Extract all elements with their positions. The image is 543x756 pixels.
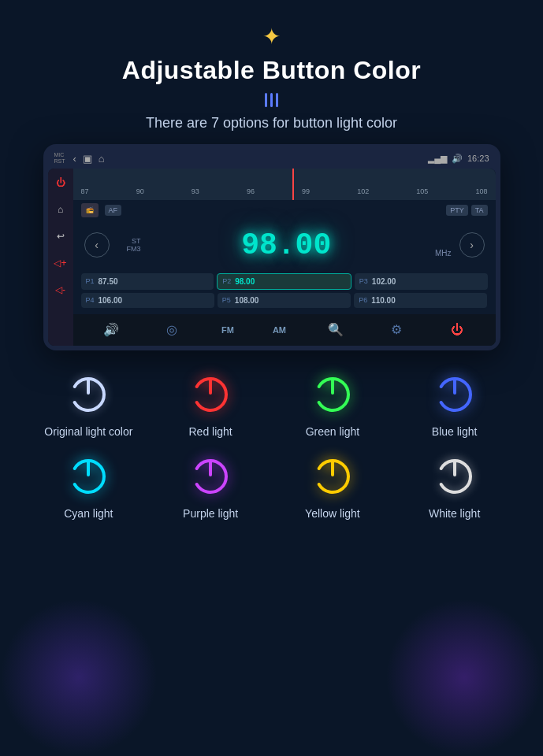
device-top-bar: MIC RST ‹ ▣ ⌂ ▂▄▆ 🔊 16:23 (48, 149, 496, 169)
light-option-red[interactable]: Red light (154, 369, 268, 439)
search-toolbar-button[interactable]: ◎ (161, 319, 183, 341)
freq-label-105: 105 (416, 187, 428, 195)
preset-row-2: P4 106.00 P5 108.00 P6 110.00 (81, 293, 488, 308)
presets: P1 87.50 P2 98.00 P3 102.00 (73, 270, 496, 314)
pty-badge[interactable]: PTY (446, 205, 468, 216)
preset-p1[interactable]: P1 87.50 (81, 273, 214, 290)
bottom-toolbar: 🔊 ◎ FM AM 🔍 ⚙ ⏻ (73, 314, 496, 346)
screen-layout: ⏻ ⌂ ↩ ◁+ ◁- 87 90 93 (48, 169, 496, 346)
original-power-svg (65, 369, 112, 417)
freq-label-96: 96 (247, 187, 255, 195)
freq-indicator (292, 169, 294, 200)
green-power-svg (309, 369, 356, 417)
device-frame: MIC RST ‹ ▣ ⌂ ▂▄▆ 🔊 16:23 (43, 144, 500, 350)
divider-line-2 (270, 93, 273, 107)
preset-p3[interactable]: P3 102.00 (355, 273, 488, 290)
preset-p6[interactable]: P6 110.00 (354, 293, 487, 308)
search-icon[interactable]: 🔍 (325, 319, 347, 341)
device-nav[interactable]: ‹ ▣ ⌂ (73, 153, 105, 165)
light-option-white[interactable]: White light (397, 451, 511, 521)
eq-icon[interactable]: ⚙ (385, 319, 407, 341)
back-icon[interactable]: ‹ (73, 153, 76, 165)
mode-label: ST (132, 237, 141, 245)
sidebar-vol-down-icon[interactable]: ◁- (53, 282, 69, 298)
clock: 16:23 (467, 154, 489, 163)
yellow-label: Yellow light (305, 506, 360, 521)
divider-line-3 (276, 93, 278, 107)
preset-p5[interactable]: P5 108.00 (218, 293, 351, 308)
frequency-display: 98.00 (149, 228, 424, 262)
blue-label: Blue light (432, 424, 478, 439)
sun-icon: ✦ (122, 24, 421, 50)
mhz-label: MHz (435, 249, 452, 258)
sidebar: ⏻ ⌂ ↩ ◁+ ◁- (48, 169, 73, 346)
light-option-blue[interactable]: Blue light (397, 369, 511, 439)
radio-controls: 📻 AF PTY TA (73, 200, 496, 220)
main-title: Adjustable Button Color (122, 56, 421, 85)
prev-station-button[interactable]: ‹ (84, 232, 110, 258)
yellow-power-svg (309, 451, 356, 498)
fm-button[interactable]: FM (221, 325, 234, 335)
original-label: Original light color (44, 424, 132, 439)
volume-icon: 🔊 (452, 154, 463, 164)
freq-label-87: 87 (81, 187, 89, 195)
home-icon[interactable]: ⌂ (99, 153, 105, 165)
light-option-yellow[interactable]: Yellow light (276, 451, 390, 521)
freq-display: ‹ ST FM3 98.00 MHz › (73, 220, 496, 270)
volume-toolbar-button[interactable]: 🔊 (100, 319, 122, 341)
light-option-cyan[interactable]: Cyan light (32, 451, 146, 521)
page: ✦ Adjustable Button Color There are 7 op… (0, 0, 543, 756)
white-label: White light (429, 506, 480, 521)
sidebar-home-icon[interactable]: ⌂ (53, 202, 69, 217)
light-option-original[interactable]: Original light color (32, 369, 146, 439)
cyan-label: Cyan light (64, 506, 113, 521)
signal-icon: ▂▄▆ (428, 154, 447, 164)
preset-row-1: P1 87.50 P2 98.00 P3 102.00 (81, 273, 488, 290)
device-wrapper: MIC RST ‹ ▣ ⌂ ▂▄▆ 🔊 16:23 (43, 144, 500, 350)
freq-label-90: 90 (136, 187, 144, 195)
purple-label: Purple light (183, 506, 238, 521)
radio-icon: 📻 (81, 203, 99, 217)
next-station-button[interactable]: › (459, 232, 485, 258)
light-option-green[interactable]: Green light (276, 369, 390, 439)
purple-power-svg (187, 451, 234, 498)
right-badges: PTY TA (446, 205, 487, 216)
green-label: Green light (306, 424, 359, 439)
ta-badge[interactable]: TA (471, 205, 488, 216)
device-mic-rst: MIC RST (54, 152, 65, 165)
divider-lines (122, 93, 421, 107)
red-power-svg (187, 369, 234, 417)
freq-info: ST FM3 (117, 237, 141, 253)
white-power-svg (431, 451, 478, 498)
band-label: FM3 (127, 245, 141, 253)
am-button[interactable]: AM (273, 325, 286, 335)
sidebar-power-icon[interactable]: ⏻ (53, 175, 69, 191)
header: ✦ Adjustable Button Color There are 7 op… (122, 24, 421, 132)
freq-label-99: 99 (302, 187, 310, 195)
preset-p4[interactable]: P4 106.00 (81, 293, 214, 308)
main-screen: 87 90 93 96 99 102 105 108 (73, 169, 496, 346)
blue-power-svg (431, 369, 478, 417)
freq-label-108: 108 (475, 187, 487, 195)
af-badge[interactable]: AF (105, 205, 122, 216)
light-option-purple[interactable]: Purple light (154, 451, 268, 521)
power-toolbar-button[interactable]: ⏻ (446, 319, 468, 341)
light-options: Original light colorRed lightGreen light… (16, 369, 527, 521)
red-label: Red light (188, 424, 232, 439)
freq-label-102: 102 (357, 187, 369, 195)
device-screen: ⏻ ⌂ ↩ ◁+ ◁- 87 90 93 (48, 169, 496, 346)
subtitle: There are 7 options for button light col… (122, 115, 421, 132)
preset-p2[interactable]: P2 98.00 (217, 273, 351, 290)
home-square-icon[interactable]: ▣ (83, 153, 92, 165)
cyan-power-svg (65, 451, 112, 498)
freq-label-93: 93 (192, 187, 199, 195)
divider-line-1 (265, 93, 267, 107)
sidebar-vol-up-icon[interactable]: ◁+ (53, 255, 69, 271)
frequency-bar: 87 90 93 96 99 102 105 108 (73, 169, 496, 200)
freq-scale: 87 90 93 96 99 102 105 108 (81, 173, 488, 195)
sidebar-back-icon[interactable]: ↩ (53, 228, 69, 244)
device-status: ▂▄▆ 🔊 16:23 (428, 154, 489, 164)
